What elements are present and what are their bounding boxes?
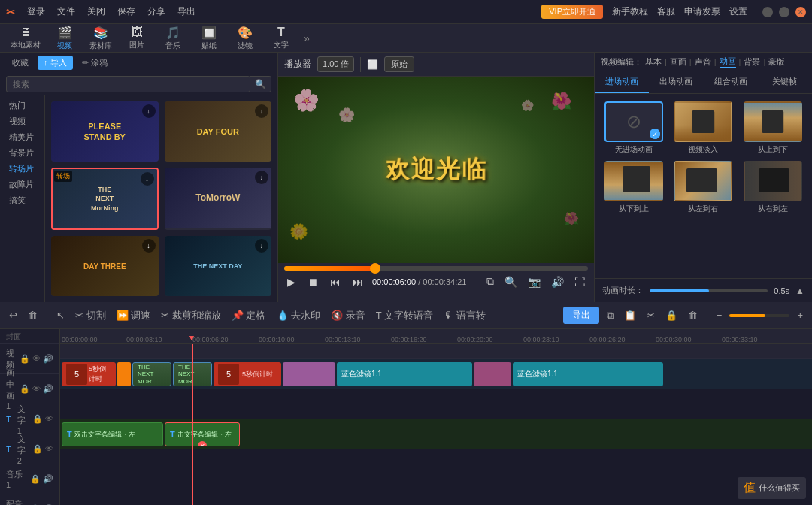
tl-copy-btn[interactable]: ⧉ [604, 308, 617, 323]
download-icon[interactable]: ↓ [255, 239, 268, 252]
keyframe-tab[interactable]: 关键帧 [758, 71, 812, 93]
enter-anim-tab[interactable]: 进场动画 [595, 71, 649, 93]
tl-delete2-btn[interactable]: 🗑 [685, 308, 701, 322]
tool-local[interactable]: 🖥 本地素材 [6, 24, 45, 52]
mute-button[interactable]: 🔇 录音 [328, 307, 368, 324]
tab-paint[interactable]: ✏ 涂鸦 [76, 56, 114, 70]
tool-video[interactable]: 🎬 视频 [48, 24, 81, 53]
play-button[interactable]: ▶ [284, 274, 298, 289]
text-clip[interactable]: T 双击文字条编辑・左 [62, 422, 163, 446]
zoom-button[interactable]: 🔍 [501, 274, 520, 289]
lock-icon[interactable]: 🔒 [32, 414, 43, 424]
media-item[interactable]: THE NEXT DAY ↓ 次日 [165, 236, 272, 296]
eye-icon[interactable]: 👁 [45, 444, 53, 454]
volume-button[interactable]: 🔊 [548, 274, 567, 289]
cat-funny[interactable]: 搞笑 [6, 193, 38, 207]
copy-button[interactable]: ⧉ [483, 274, 497, 289]
screenshot-button[interactable]: 📷 [525, 274, 544, 289]
zoom-slider[interactable] [729, 314, 789, 317]
anim-bottomtop[interactable]: 从下到上 [602, 161, 665, 214]
media-item[interactable]: PLEASESTAND BY ↓ 请准备 [51, 101, 159, 162]
export-button[interactable]: 导出 [563, 307, 599, 324]
clip[interactable]: THENEXTMOR [132, 362, 171, 386]
screen-tab[interactable]: 画面 [670, 56, 686, 68]
premium-tab[interactable]: 豪版 [768, 56, 785, 68]
tutorial-link[interactable]: 新手教程 [612, 5, 648, 18]
download-icon[interactable]: ↓ [141, 172, 154, 186]
exit-anim-tab[interactable]: 出场动画 [649, 71, 703, 93]
minimize-button[interactable]: ─ [762, 7, 773, 17]
tl-paste-btn[interactable]: 📋 [621, 308, 639, 322]
fullscreen-button[interactable]: ⛶ [571, 274, 588, 289]
next-button[interactable]: ⏭ [350, 274, 366, 289]
eye-icon[interactable]: 👁 [32, 354, 41, 364]
invoice-link[interactable]: 申请发票 [684, 5, 720, 18]
audio-icon[interactable]: 🔊 [43, 474, 53, 484]
audio-icon[interactable]: 🔊 [43, 354, 53, 364]
text-clip[interactable]: T 击文字条编辑・左 ✕ [165, 422, 240, 446]
progress-thumb[interactable] [370, 263, 380, 274]
menu-close[interactable]: 关闭 [87, 5, 105, 18]
menu-login[interactable]: 登录 [27, 5, 45, 18]
speed-button[interactable]: ⏩ 调速 [114, 307, 154, 324]
audio-tab[interactable]: 声音 [695, 56, 711, 68]
tl-split2-btn[interactable]: ✂ [644, 308, 658, 322]
split-button[interactable]: ✂ 切割 [72, 307, 109, 324]
undo-button[interactable]: ↩ [6, 308, 20, 322]
eye-icon[interactable]: 👁 [45, 414, 53, 424]
anim-none[interactable]: ⊘ ✓ 无进场动画 [602, 101, 665, 155]
clip[interactable] [474, 362, 511, 386]
cat-bg[interactable]: 背景片 [6, 146, 38, 160]
cat-transition[interactable]: 转场片 [6, 162, 38, 176]
tab-favorites[interactable]: 收藏 [6, 56, 35, 70]
progress-bar[interactable] [284, 266, 588, 271]
settings-link[interactable]: 设置 [729, 5, 747, 18]
clip[interactable] [283, 362, 335, 386]
vip-button[interactable]: VIP立即开通 [541, 5, 603, 19]
clip[interactable]: 5 5秒倒计时 [62, 362, 116, 386]
media-item[interactable]: ToMorroW ↓ 第二天 [165, 168, 272, 231]
tool-filter[interactable]: 🎨 滤镜 [229, 24, 262, 53]
bg-tab[interactable]: 背景 [744, 56, 760, 68]
menu-file[interactable]: 文件 [57, 5, 75, 18]
search-button[interactable]: 🔍 [250, 76, 271, 92]
tl-lock-btn[interactable]: 🔒 [662, 308, 680, 322]
duration-up[interactable]: ▲ [795, 286, 804, 296]
menu-save[interactable]: 保存 [117, 5, 135, 18]
lock-icon[interactable]: 🔒 [32, 444, 43, 454]
tool-library[interactable]: 📚 素材库 [84, 24, 117, 53]
anim-fadein[interactable]: 视频淡入 [671, 101, 735, 155]
anim-leftright[interactable]: 从左到右 [671, 161, 735, 214]
media-item[interactable]: DAY FOUR ↓ 第四天 [165, 101, 272, 162]
animation-tab[interactable]: 动画 [720, 56, 736, 68]
cat-hd[interactable]: 精美片 [6, 130, 38, 144]
tts-button[interactable]: T 文字转语音 [373, 307, 436, 324]
prev-button[interactable]: ⏮ [327, 274, 344, 289]
zoom-in-btn[interactable]: + [794, 308, 806, 322]
clip[interactable]: 蓝色滤镜1.1 [513, 362, 663, 386]
cat-video[interactable]: 视频 [6, 114, 38, 129]
freeze-button[interactable]: 📌 定格 [229, 307, 269, 324]
dub-button[interactable]: 🎙 语言转 [441, 307, 489, 324]
lock-icon[interactable]: 🔒 [20, 354, 30, 364]
media-item[interactable]: DAY THREE ↓ 第三天 [51, 236, 159, 296]
download-icon[interactable]: ↓ [142, 239, 156, 252]
anim-topbottom[interactable]: 从上到下 [741, 101, 804, 155]
watermark-button[interactable]: 💧 去水印 [274, 307, 324, 324]
menu-share[interactable]: 分享 [147, 5, 165, 18]
maximize-button[interactable]: □ [779, 7, 789, 17]
menu-export[interactable]: 导出 [177, 5, 195, 18]
download-icon[interactable]: ↓ [255, 104, 268, 118]
zoom-out-btn[interactable]: − [714, 308, 726, 322]
duration-slider[interactable] [650, 289, 768, 292]
playhead[interactable]: ▼ [192, 344, 193, 505]
eye-icon[interactable]: 👁 [32, 384, 41, 394]
stop-button[interactable]: ⏹ [304, 274, 321, 289]
cursor-button[interactable]: ↖ [53, 308, 68, 322]
search-input[interactable] [6, 76, 250, 92]
download-icon[interactable]: ↓ [255, 171, 268, 184]
player-mode[interactable]: 原始 [384, 56, 414, 72]
anim-rightleft[interactable]: 从右到左 [741, 161, 804, 214]
lock-icon[interactable]: 🔒 [30, 474, 41, 484]
tool-text[interactable]: T 文字 [265, 24, 298, 52]
